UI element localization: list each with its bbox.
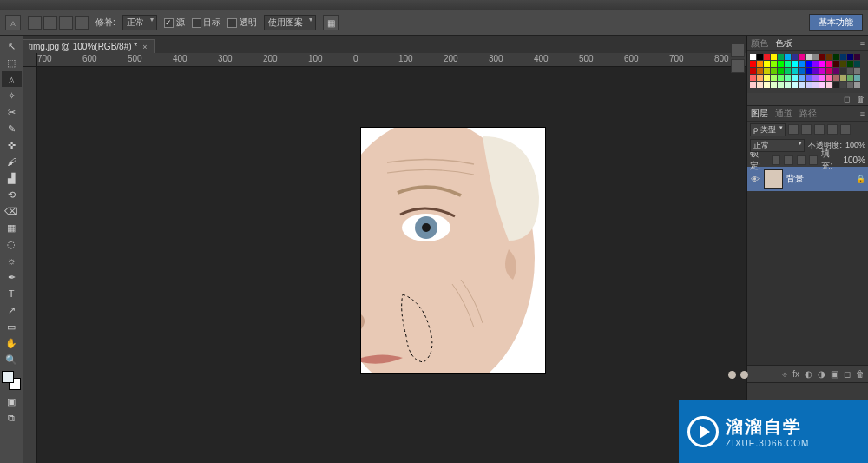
blend-mode-dropdown[interactable]: 正常	[750, 139, 805, 152]
swatch-color[interactable]	[812, 61, 819, 67]
close-icon[interactable]: ×	[142, 43, 147, 51]
color-tab[interactable]: 颜色	[751, 37, 768, 50]
swatch-color[interactable]	[847, 75, 853, 81]
layer-row-background[interactable]: 👁 背景 🔒	[747, 167, 868, 191]
eraser-tool[interactable]: ⌫	[2, 203, 22, 219]
swatch-color[interactable]	[840, 82, 846, 88]
swatch-color[interactable]	[792, 61, 798, 67]
brush-tool[interactable]: 🖌	[2, 154, 22, 169]
properties-panel-icon[interactable]	[731, 59, 745, 73]
blur-tool[interactable]: ◌	[2, 236, 22, 252]
swatch-color[interactable]	[826, 61, 832, 67]
delete-swatch-icon[interactable]: 🗑	[856, 95, 865, 103]
link-layers-icon[interactable]: ⟐	[782, 369, 787, 379]
swatch-color[interactable]	[757, 68, 763, 74]
new-group-icon[interactable]: ▣	[831, 369, 838, 379]
fill-value[interactable]: 100%	[843, 155, 865, 165]
gradient-tool[interactable]: ▦	[2, 220, 22, 235]
filter-shape-icon[interactable]	[827, 124, 838, 135]
swatch-color[interactable]	[840, 68, 846, 74]
swatch-color[interactable]	[785, 68, 791, 74]
swatch-color[interactable]	[764, 82, 770, 88]
new-swatch-icon[interactable]: ◻	[842, 95, 851, 103]
swatch-color[interactable]	[806, 82, 812, 88]
swatch-color[interactable]	[847, 82, 853, 88]
dodge-tool[interactable]: ☼	[2, 253, 22, 268]
lasso-tool[interactable]: ⟑	[2, 71, 22, 87]
swatch-color[interactable]	[792, 82, 798, 88]
ruler-origin[interactable]	[23, 53, 37, 67]
swatch-color[interactable]	[757, 82, 763, 88]
swatch-color[interactable]	[757, 61, 763, 67]
panel-menu-icon[interactable]: ≡	[860, 109, 865, 118]
swatch-color[interactable]	[771, 82, 777, 88]
lock-position-icon[interactable]	[797, 155, 806, 165]
swatch-color[interactable]	[833, 82, 839, 88]
swatch-color[interactable]	[799, 68, 805, 74]
selection-new-icon[interactable]	[28, 16, 42, 30]
swatch-color[interactable]	[833, 54, 839, 60]
history-panel-icon[interactable]	[731, 43, 745, 57]
filter-type-icon[interactable]	[814, 124, 825, 135]
selection-intersect-icon[interactable]	[75, 16, 89, 30]
lock-pixels-icon[interactable]	[784, 155, 792, 165]
swatch-color[interactable]	[826, 75, 832, 81]
swatch-color[interactable]	[799, 82, 805, 88]
lock-transparent-icon[interactable]	[772, 155, 780, 165]
vertical-ruler[interactable]	[23, 67, 37, 463]
swatch-color[interactable]	[847, 68, 853, 74]
type-tool[interactable]: T	[2, 286, 22, 301]
hand-tool[interactable]: ✋	[2, 335, 22, 351]
quickmask-icon[interactable]: ▣	[2, 394, 22, 409]
swatch-color[interactable]	[764, 61, 770, 67]
swatch-color[interactable]	[757, 54, 763, 60]
swatch-color[interactable]	[806, 54, 812, 60]
layers-tab[interactable]: 图层	[751, 108, 768, 120]
swatch-color[interactable]	[764, 54, 770, 60]
color-swatches[interactable]	[2, 371, 21, 390]
swatch-color[interactable]	[826, 82, 832, 88]
swatch-color[interactable]	[812, 82, 819, 88]
swatch-color[interactable]	[840, 61, 846, 67]
swatch-color[interactable]	[771, 68, 777, 74]
swatch-color[interactable]	[806, 75, 812, 81]
source-option[interactable]: 源	[164, 17, 185, 29]
swatch-color[interactable]	[771, 75, 777, 81]
swatch-color[interactable]	[771, 54, 777, 60]
swatch-color[interactable]	[785, 54, 791, 60]
patch-mode-dropdown[interactable]: 正常	[122, 15, 157, 30]
swatch-color[interactable]	[750, 82, 756, 88]
swatch-color[interactable]	[778, 61, 784, 67]
visibility-eye-icon[interactable]: 👁	[750, 174, 760, 184]
stamp-tool[interactable]: ▟	[2, 170, 22, 186]
swatch-color[interactable]	[799, 75, 805, 81]
spot-heal-tool[interactable]: ✜	[2, 137, 22, 153]
workspace-switcher-button[interactable]: 基本功能	[809, 14, 863, 31]
paths-tab[interactable]: 路径	[799, 108, 817, 120]
swatch-color[interactable]	[750, 54, 756, 60]
swatch-color[interactable]	[833, 75, 839, 81]
swatch-color[interactable]	[778, 75, 784, 81]
swatch-color[interactable]	[819, 61, 825, 67]
swatch-color[interactable]	[854, 61, 860, 67]
swatch-color[interactable]	[785, 61, 791, 67]
magic-wand-tool[interactable]: ✧	[2, 88, 22, 103]
pen-tool[interactable]: ✒	[2, 269, 22, 285]
swatch-color[interactable]	[819, 68, 825, 74]
swatch-color[interactable]	[785, 82, 791, 88]
swatch-color[interactable]	[826, 54, 832, 60]
swatch-color[interactable]	[840, 54, 846, 60]
panel-menu-icon[interactable]: ≡	[860, 39, 865, 48]
eyedropper-tool[interactable]: ✎	[2, 121, 22, 136]
layers-empty-area[interactable]	[747, 191, 868, 365]
swatch-color[interactable]	[833, 68, 839, 74]
delete-layer-icon[interactable]: 🗑	[856, 369, 865, 379]
layer-name[interactable]: 背景	[786, 173, 804, 185]
screenmode-icon[interactable]: ⧉	[2, 410, 22, 426]
lock-icon[interactable]: 🔒	[856, 175, 865, 183]
selection-add-icon[interactable]	[43, 16, 57, 30]
crop-tool[interactable]: ✂	[2, 104, 22, 120]
channels-tab[interactable]: 通道	[775, 108, 792, 120]
swatch-color[interactable]	[778, 68, 784, 74]
swatch-color[interactable]	[799, 61, 805, 67]
